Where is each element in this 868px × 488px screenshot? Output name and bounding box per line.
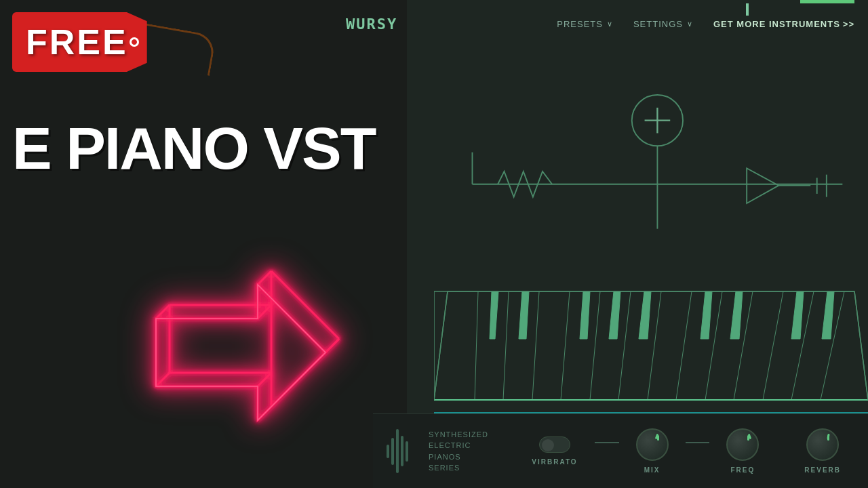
svg-line-1 bbox=[156, 305, 170, 319]
connector-line-2 bbox=[686, 441, 710, 444]
svg-marker-45 bbox=[609, 291, 620, 339]
keyboard-svg: Keys rendered via iteration below bbox=[434, 278, 868, 413]
synth-line1: SYNTHESIZED bbox=[429, 429, 498, 441]
mix-label: MIX bbox=[644, 466, 660, 474]
svg-marker-23 bbox=[747, 168, 778, 203]
svg-line-4 bbox=[258, 373, 271, 386]
bottom-controls-bar: SYNTHESIZED ELECTRIC PIANOS SERIES VIRBR… bbox=[373, 413, 868, 488]
vibrato-toggle-knob bbox=[542, 439, 554, 451]
reverb-knob[interactable] bbox=[806, 428, 839, 461]
freq-knob[interactable] bbox=[726, 428, 759, 461]
svg-line-39 bbox=[763, 291, 783, 400]
settings-label: SETTINGS bbox=[633, 19, 683, 29]
waveform-bar-3 bbox=[396, 429, 399, 473]
neon-arrow-svg bbox=[122, 258, 359, 447]
reverb-control: REVERB bbox=[804, 428, 841, 474]
svg-line-29 bbox=[475, 291, 478, 400]
waveform-visualization bbox=[387, 429, 408, 473]
svg-marker-43 bbox=[519, 291, 529, 339]
svg-line-14 bbox=[271, 271, 339, 339]
connector-line-1 bbox=[595, 441, 619, 444]
svg-marker-49 bbox=[791, 291, 804, 339]
svg-line-32 bbox=[561, 291, 570, 400]
synth-line2: ELECTRIC PIANOS bbox=[429, 440, 498, 462]
svg-line-30 bbox=[503, 291, 509, 400]
freq-control: FREQ bbox=[726, 428, 759, 474]
main-title-area: E PIANO VST bbox=[12, 119, 375, 178]
waveform-bar-1 bbox=[387, 445, 389, 458]
get-more-instruments-button[interactable]: GET MORE INSTRUMENTS >> bbox=[713, 19, 854, 29]
piano-keyboard: Keys rendered via iteration below bbox=[434, 278, 868, 413]
mix-control: MIX bbox=[636, 428, 669, 474]
tag-shape: FREE bbox=[12, 12, 147, 72]
freq-label: FREQ bbox=[731, 466, 755, 474]
settings-chevron-icon: ∨ bbox=[687, 20, 693, 28]
waveform-bar-4 bbox=[401, 436, 403, 466]
get-more-label: GET MORE INSTRUMENTS bbox=[713, 19, 840, 29]
get-more-arrow-icon: >> bbox=[843, 19, 854, 29]
reverb-label: REVERB bbox=[804, 466, 841, 474]
instrument-title: WURSY bbox=[346, 16, 397, 33]
svg-line-28 bbox=[434, 291, 448, 400]
vibrato-control: VIRBRATO bbox=[532, 436, 577, 466]
waveform-bar-2 bbox=[391, 438, 394, 465]
synth-line3: SERIES bbox=[429, 462, 498, 474]
svg-marker-47 bbox=[701, 291, 712, 339]
svg-line-53 bbox=[854, 291, 868, 400]
svg-marker-42 bbox=[490, 291, 498, 339]
svg-line-3 bbox=[258, 305, 271, 319]
svg-marker-48 bbox=[730, 291, 743, 339]
presets-button[interactable]: PRESETS ∨ bbox=[557, 19, 613, 29]
settings-button[interactable]: SETTINGS ∨ bbox=[633, 19, 693, 29]
synth-series-label: SYNTHESIZED ELECTRIC PIANOS SERIES bbox=[429, 429, 498, 474]
mix-knob[interactable] bbox=[636, 428, 669, 461]
svg-marker-46 bbox=[639, 291, 651, 339]
vibrato-label: VIRBRATO bbox=[532, 458, 577, 466]
svg-line-7 bbox=[258, 271, 271, 285]
waveform-bar-5 bbox=[406, 441, 408, 462]
presets-label: PRESETS bbox=[557, 19, 603, 29]
svg-line-34 bbox=[618, 291, 631, 400]
presets-chevron-icon: ∨ bbox=[607, 20, 613, 28]
main-title: E PIANO VST bbox=[12, 119, 375, 178]
svg-line-31 bbox=[532, 291, 539, 400]
title-accent-line bbox=[746, 3, 749, 16]
svg-marker-44 bbox=[580, 291, 590, 339]
svg-line-2 bbox=[156, 373, 170, 386]
free-tag: FREE bbox=[12, 12, 147, 72]
svg-line-36 bbox=[676, 291, 692, 400]
top-navigation: WURSY PRESETS ∨ SETTINGS ∨ GET MORE INST… bbox=[332, 0, 868, 47]
svg-line-33 bbox=[590, 291, 600, 400]
svg-marker-50 bbox=[822, 291, 834, 339]
tag-hole bbox=[130, 37, 139, 47]
vibrato-toggle[interactable] bbox=[539, 436, 570, 453]
neon-arrow-decoration bbox=[122, 258, 359, 447]
free-tag-text: FREE bbox=[26, 22, 128, 62]
